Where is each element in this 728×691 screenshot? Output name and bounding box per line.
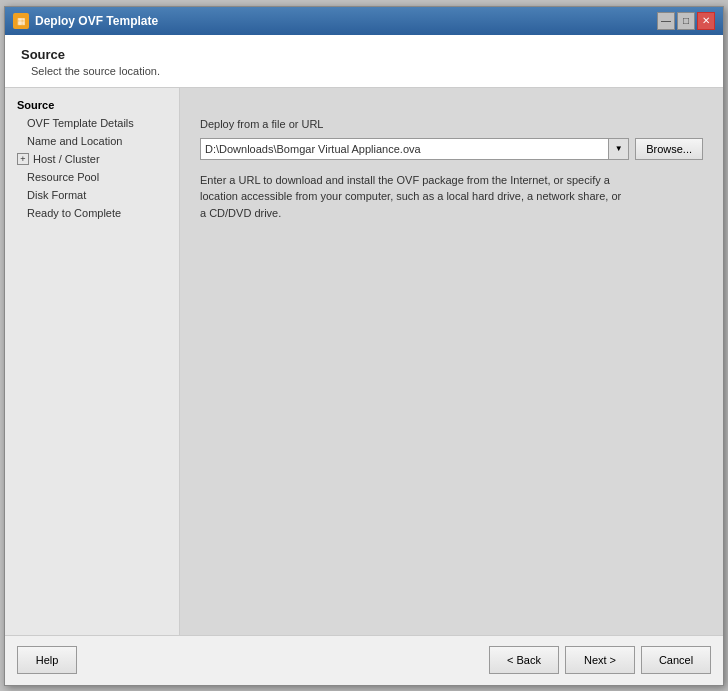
- footer: Help < Back Next > Cancel: [5, 635, 723, 685]
- sidebar-item-name-location[interactable]: Name and Location: [5, 132, 179, 150]
- content-area: Deploy from a file or URL ▼ Browse... En…: [180, 88, 723, 635]
- sidebar-label-resource: Resource Pool: [27, 171, 99, 183]
- sidebar-label-disk: Disk Format: [27, 189, 86, 201]
- sidebar-item-source[interactable]: Source: [5, 96, 179, 114]
- sidebar-label-source: Source: [17, 99, 54, 111]
- window-icon: ▦: [13, 13, 29, 29]
- browse-button[interactable]: Browse...: [635, 138, 703, 160]
- cancel-button[interactable]: Cancel: [641, 646, 711, 674]
- sidebar-label-name: Name and Location: [27, 135, 122, 147]
- minimize-button[interactable]: —: [657, 12, 675, 30]
- header-subtitle: Select the source location.: [31, 65, 707, 77]
- sidebar-label-ovf: OVF Template Details: [27, 117, 134, 129]
- back-button[interactable]: < Back: [489, 646, 559, 674]
- url-input[interactable]: [201, 141, 608, 157]
- main-content: Source OVF Template Details Name and Loc…: [5, 88, 723, 635]
- description-text: Enter a URL to download and install the …: [200, 172, 630, 222]
- expand-icon: +: [17, 153, 29, 165]
- title-bar: ▦ Deploy OVF Template — □ ✕: [5, 7, 723, 35]
- help-button[interactable]: Help: [17, 646, 77, 674]
- sidebar: Source OVF Template Details Name and Loc…: [5, 88, 180, 635]
- maximize-button[interactable]: □: [677, 12, 695, 30]
- url-input-wrapper[interactable]: ▼: [200, 138, 629, 160]
- window-title: Deploy OVF Template: [35, 14, 158, 28]
- next-button[interactable]: Next >: [565, 646, 635, 674]
- deploy-label: Deploy from a file or URL: [200, 118, 703, 130]
- main-window: ▦ Deploy OVF Template — □ ✕ Source Selec…: [4, 6, 724, 686]
- dropdown-arrow-icon[interactable]: ▼: [608, 139, 628, 159]
- header-section: Source Select the source location.: [5, 35, 723, 88]
- sidebar-item-ready[interactable]: Ready to Complete: [5, 204, 179, 222]
- sidebar-label-host: Host / Cluster: [33, 153, 100, 165]
- sidebar-label-ready: Ready to Complete: [27, 207, 121, 219]
- input-row: ▼ Browse...: [200, 138, 703, 160]
- deploy-section: Deploy from a file or URL ▼ Browse... En…: [200, 118, 703, 222]
- sidebar-item-host-cluster[interactable]: + Host / Cluster: [5, 150, 179, 168]
- header-title: Source: [21, 47, 707, 62]
- sidebar-item-ovf-details[interactable]: OVF Template Details: [5, 114, 179, 132]
- close-button[interactable]: ✕: [697, 12, 715, 30]
- sidebar-item-disk-format[interactable]: Disk Format: [5, 186, 179, 204]
- sidebar-item-resource-pool[interactable]: Resource Pool: [5, 168, 179, 186]
